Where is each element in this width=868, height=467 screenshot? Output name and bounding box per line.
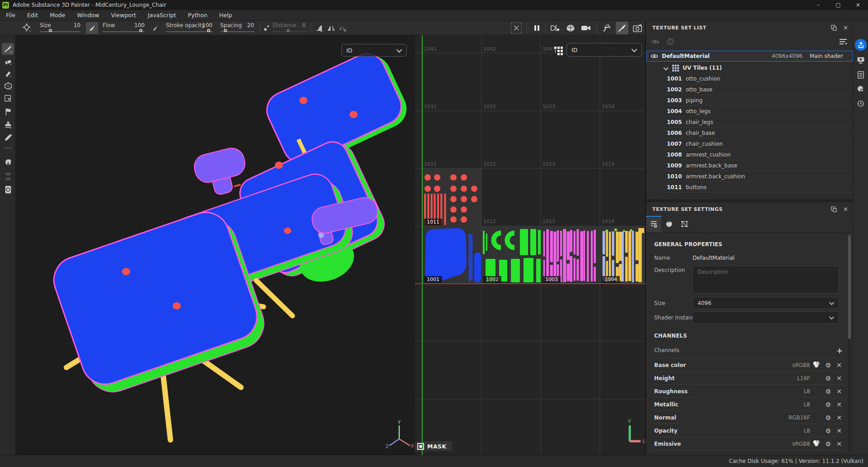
channel-delete-icon[interactable]: ✕ — [835, 362, 844, 369]
screenshot-camera-icon[interactable] — [632, 23, 644, 33]
solo-visibility-icon[interactable]: 1 — [667, 38, 674, 45]
particle-brush-icon[interactable] — [600, 23, 612, 33]
menu-item[interactable]: Viewport — [105, 10, 142, 21]
close-button[interactable]: ✕ — [848, 0, 868, 10]
close-panel-icon[interactable]: ✕ — [843, 206, 848, 213]
channel-settings-gear-icon[interactable]: ⚙ — [822, 388, 835, 395]
uv-tile-row[interactable]: 1003 piping — [646, 95, 853, 106]
history-brush-tool-icon[interactable] — [2, 171, 14, 182]
channel-row[interactable]: Base color sRGB8 ⚙ ✕ — [646, 358, 853, 372]
undock-panel-icon[interactable] — [831, 25, 837, 31]
flow-slider[interactable] — [103, 31, 145, 32]
menu-item[interactable]: Help — [213, 10, 238, 21]
uv-tile-row[interactable]: 1001 otto_cushion — [646, 73, 853, 84]
uv-tile-row[interactable]: 1007 chair_cushion — [646, 138, 853, 149]
deselect-stencil-icon[interactable] — [511, 23, 522, 33]
stroke-opacity-slider[interactable] — [166, 31, 212, 32]
size-select[interactable]: 4096 — [693, 297, 839, 309]
close-panel-icon[interactable]: ✕ — [843, 24, 848, 31]
size-slider-knob[interactable] — [49, 29, 52, 32]
pause-engine-icon[interactable] — [532, 23, 542, 33]
visibility-sync-icon[interactable] — [651, 38, 660, 45]
collapse-chevron-icon[interactable] — [663, 65, 668, 70]
projection-tool-icon[interactable] — [2, 68, 14, 80]
channel-delete-icon[interactable]: ✕ — [835, 401, 844, 408]
channel-delete-icon[interactable]: ✕ — [835, 375, 844, 382]
material-picker-tool-icon[interactable]: A — [2, 156, 14, 168]
channel-row[interactable]: Height L16F ⚙ ✕ — [646, 372, 853, 385]
channel-settings-gear-icon[interactable]: ⚙ — [822, 401, 835, 408]
channel-delete-icon[interactable]: ✕ — [835, 414, 844, 421]
stroke-tip-icon[interactable] — [150, 22, 160, 34]
mirror-settings-icon[interactable] — [338, 23, 348, 33]
paint-brush-mode-icon[interactable] — [616, 22, 628, 34]
paint-tool-icon[interactable] — [2, 43, 14, 55]
menu-item[interactable]: Edit — [21, 10, 44, 21]
history-log-icon[interactable] — [855, 98, 867, 110]
size-slider[interactable] — [40, 31, 80, 32]
color-picker-tool-icon[interactable] — [2, 132, 14, 143]
uv-tile-row[interactable]: 1008 armrest_cushion — [646, 149, 853, 160]
brush-alpha-icon[interactable] — [20, 22, 33, 34]
viewport-3d[interactable]: ID Y X Z — [16, 35, 415, 455]
shader-instance-select[interactable] — [693, 311, 839, 324]
scrollbar-thumb[interactable] — [848, 235, 851, 339]
3d-channel-dropdown[interactable]: ID — [341, 44, 407, 57]
stamp-tool-icon[interactable] — [2, 119, 14, 131]
uv-tile-row[interactable]: 1004 otto_legs — [646, 106, 853, 117]
uv-tile-row[interactable]: 1005 chair_legs — [646, 117, 853, 128]
share-export-icon[interactable] — [855, 39, 867, 51]
udim-grid-icon[interactable]: ! — [552, 45, 564, 57]
panel-divider[interactable] — [646, 199, 853, 202]
clone-tool-icon[interactable] — [2, 106, 14, 118]
tab-mesh-uv[interactable] — [677, 216, 692, 232]
flow-slider-knob[interactable] — [139, 29, 142, 32]
tab-general-settings[interactable] — [646, 216, 661, 232]
polygon-fill-tool-icon[interactable] — [2, 80, 14, 92]
uv-tile-row[interactable]: 1009 armrest.back_base — [646, 160, 853, 171]
maximize-button[interactable]: ▢ — [828, 0, 848, 10]
channel-settings-gear-icon[interactable]: ⚙ — [822, 427, 835, 434]
uv-tiles-group-row[interactable]: UV Tiles (11) — [646, 62, 853, 73]
brush-tip-button[interactable] — [86, 22, 98, 34]
camera-view-icon[interactable] — [580, 23, 592, 33]
channel-row[interactable]: Roughness L8 ⚙ ✕ — [646, 385, 853, 398]
menu-item[interactable]: Python — [182, 10, 213, 21]
viewer-settings-icon[interactable] — [855, 83, 867, 95]
channel-row[interactable]: Normal RGB16F ⚙ ✕ — [646, 411, 853, 424]
list-options-icon[interactable] — [839, 38, 847, 45]
description-field[interactable]: Description — [693, 266, 839, 294]
2d-channel-dropdown[interactable]: ID — [566, 43, 642, 57]
channel-row[interactable]: Emissive sRGB8 ⚙ ✕ — [646, 437, 853, 450]
channel-row[interactable]: Metallic L8 ⚙ ✕ — [646, 398, 853, 411]
minimize-button[interactable]: – — [808, 0, 828, 10]
channel-row[interactable]: Opacity L8 ⚙ ✕ — [646, 424, 853, 437]
add-channel-button[interactable]: + — [835, 346, 844, 355]
uv-tile-row[interactable]: 1011 buttons — [646, 182, 853, 193]
tab-material-sphere[interactable] — [661, 216, 677, 232]
3d-view-icon[interactable] — [565, 23, 576, 33]
uv-tile-row[interactable]: 1010 armrest.back_cushion — [646, 171, 853, 182]
mirror-symmetry-icon[interactable] — [326, 23, 336, 33]
channel-delete-icon[interactable]: ✕ — [835, 427, 844, 434]
eye-icon[interactable] — [651, 53, 658, 59]
viewport-split-icon[interactable] — [549, 23, 561, 33]
eraser-tool-icon[interactable] — [2, 56, 14, 67]
menu-item[interactable]: Window — [71, 10, 105, 21]
channel-settings-gear-icon[interactable]: ⚙ — [822, 414, 835, 421]
channel-settings-gear-icon[interactable]: ⚙ — [822, 440, 835, 448]
undock-panel-icon[interactable] — [831, 206, 837, 212]
channel-settings-gear-icon[interactable]: ⚙ — [822, 375, 835, 382]
stroke-opacity-slider-knob[interactable] — [207, 29, 210, 32]
channel-delete-icon[interactable]: ✕ — [835, 440, 844, 448]
channel-delete-icon[interactable]: ✕ — [835, 388, 844, 395]
menu-item[interactable]: JavaScript — [142, 10, 182, 21]
display-settings-icon[interactable] — [855, 54, 867, 66]
channel-settings-gear-icon[interactable]: ⚙ — [822, 362, 835, 369]
texture-set-row-selected[interactable]: DefaultMaterial 4096x4096 Main shader — [646, 51, 853, 62]
menu-item[interactable]: Mode — [44, 10, 71, 21]
uv-tile-row[interactable]: 1006 chair_base — [646, 128, 853, 138]
menu-item[interactable]: File — [0, 10, 21, 21]
material-shader[interactable]: Main shader — [810, 53, 849, 59]
mask-editor-tool-icon[interactable] — [2, 184, 14, 195]
